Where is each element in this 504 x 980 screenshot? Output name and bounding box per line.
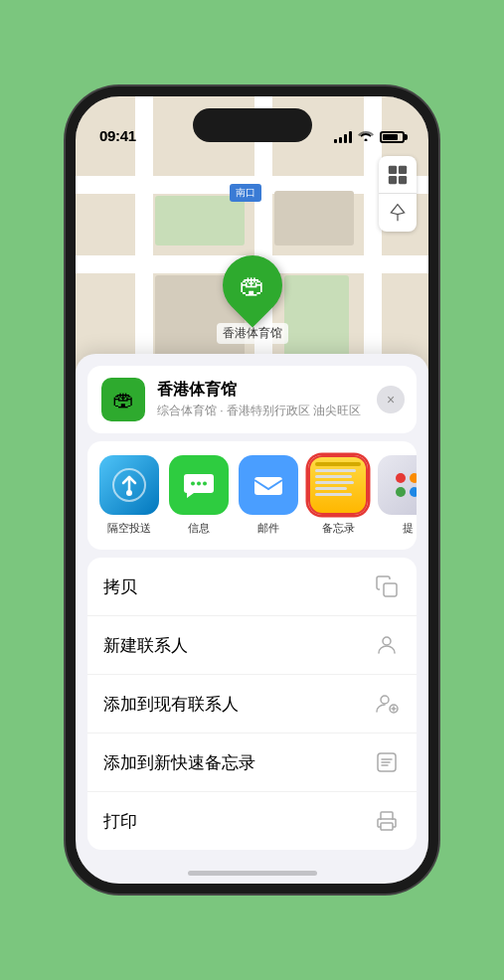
share-item-mail[interactable]: 邮件 (239, 455, 298, 536)
bottom-sheet: 🏟 香港体育馆 综合体育馆 · 香港特别行政区 油尖旺区 × (76, 354, 428, 884)
action-new-contact[interactable]: 新建联系人 (87, 616, 417, 675)
svg-point-12 (381, 696, 389, 704)
place-subtitle: 综合体育馆 · 香港特别行政区 油尖旺区 (157, 403, 403, 419)
action-add-quick-note[interactable]: 添加到新快速备忘录 (87, 734, 417, 792)
action-add-existing[interactable]: 添加到现有联系人 (87, 675, 417, 734)
svg-rect-2 (389, 175, 397, 183)
south-entrance-icon: 南口 (236, 187, 255, 198)
south-entrance-label: 南口 (230, 184, 261, 202)
dynamic-island (193, 108, 312, 142)
more-label: 提 (403, 521, 414, 536)
action-add-quick-note-label: 添加到新快速备忘录 (103, 751, 255, 774)
close-icon: × (387, 392, 395, 408)
status-time: 09:41 (99, 127, 136, 144)
copy-icon (373, 572, 401, 600)
svg-point-8 (203, 482, 207, 486)
svg-point-6 (191, 482, 195, 486)
action-list: 拷贝 新建联系人 (87, 558, 417, 850)
place-info: 香港体育馆 综合体育馆 · 香港特别行政区 油尖旺区 (157, 380, 403, 419)
map-controls (379, 156, 417, 232)
svg-rect-1 (399, 165, 407, 173)
share-row: 隔空投送 信息 (87, 441, 417, 550)
place-card: 🏟 香港体育馆 综合体育馆 · 香港特别行政区 油尖旺区 × (87, 366, 417, 433)
dots-grid (384, 461, 417, 509)
person-icon (373, 631, 401, 659)
signal-icon (334, 131, 352, 143)
map-view-toggle[interactable] (379, 156, 417, 194)
location-button[interactable] (379, 194, 417, 232)
svg-point-11 (383, 637, 391, 645)
home-indicator (188, 871, 317, 876)
action-print[interactable]: 打印 (87, 792, 417, 850)
action-new-contact-label: 新建联系人 (103, 634, 188, 657)
svg-rect-9 (254, 477, 282, 495)
svg-rect-0 (389, 165, 397, 173)
share-item-airdrop[interactable]: 隔空投送 (99, 455, 159, 536)
airdrop-icon (99, 455, 159, 515)
more-icon (378, 455, 417, 515)
person-add-icon (373, 690, 401, 718)
pin-circle: 🏟 (210, 244, 294, 328)
messages-label: 信息 (188, 521, 210, 536)
battery-icon (380, 131, 405, 143)
mail-label: 邮件 (257, 521, 279, 536)
notes-icon (308, 455, 368, 515)
close-button[interactable]: × (377, 386, 405, 413)
place-icon: 🏟 (101, 378, 145, 421)
action-print-label: 打印 (103, 810, 137, 833)
action-add-existing-label: 添加到现有联系人 (103, 693, 239, 716)
share-item-more[interactable]: 提 (378, 455, 417, 536)
print-icon (373, 807, 401, 835)
notes-label: 备忘录 (322, 521, 355, 536)
wifi-icon (358, 129, 374, 144)
phone-frame: 09:41 (66, 86, 438, 894)
airdrop-label: 隔空投送 (107, 521, 151, 536)
svg-rect-10 (384, 583, 397, 596)
mail-icon (239, 455, 298, 515)
share-item-notes[interactable]: 备忘录 (308, 455, 368, 536)
action-copy-label: 拷贝 (103, 575, 137, 598)
svg-rect-3 (399, 175, 407, 183)
share-item-messages[interactable]: 信息 (169, 455, 229, 536)
messages-icon (169, 455, 229, 515)
status-icons (334, 129, 405, 144)
place-name: 香港体育馆 (157, 380, 403, 401)
svg-point-5 (126, 490, 132, 496)
svg-point-7 (197, 482, 201, 486)
pin-icon: 🏟 (240, 270, 265, 301)
quick-note-icon (373, 748, 401, 776)
action-copy[interactable]: 拷贝 (87, 558, 417, 616)
svg-rect-17 (381, 823, 393, 830)
location-pin: 🏟 香港体育馆 (217, 255, 288, 344)
